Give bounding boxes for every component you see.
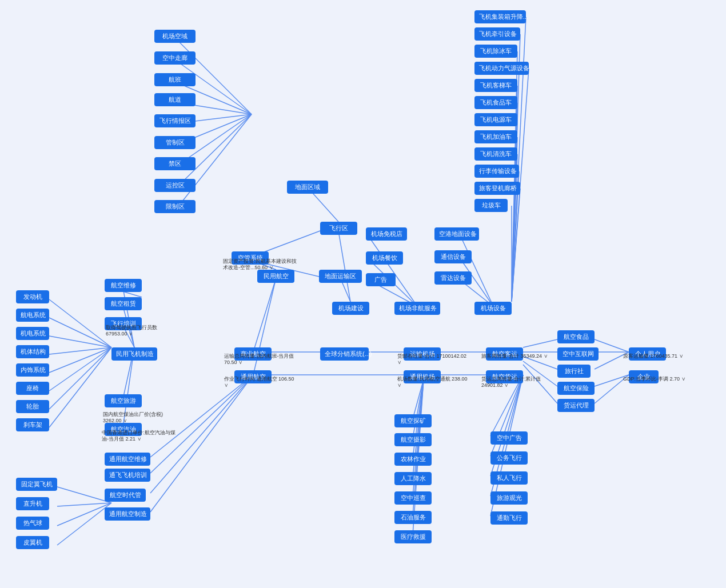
- node-航空维修[interactable]: 航空维修: [105, 279, 142, 292]
- node-民用航空[interactable]: 民用航空: [257, 270, 294, 283]
- sub-label: 旅客周转量-合计 35349.24 ∨: [481, 353, 548, 359]
- sub-label: 运输总周转量:国内航班-当月值 70.50 ∨: [224, 353, 298, 366]
- node-ice-truck[interactable]: 飞机除冰车: [474, 45, 517, 58]
- sub-label: 中国香港进口单价:航空汽油与煤油-当月值 2.21 ∨: [102, 430, 176, 442]
- node-airport-food[interactable]: 机场餐饮: [366, 251, 403, 265]
- node-航电系统[interactable]: 航电系统: [16, 309, 49, 322]
- sub-label: 固定资产投资:民航基本建设和技术改造-空管...50.60 ∨: [223, 258, 297, 271]
- node-flight-info[interactable]: 飞行情报区: [154, 114, 196, 127]
- node-直升机[interactable]: 直升机: [16, 497, 49, 510]
- node-民用飞机制造[interactable]: 民用飞机制造: [111, 347, 157, 361]
- node-座椅[interactable]: 座椅: [16, 382, 49, 395]
- node-机场设备[interactable]: 机场设备: [474, 302, 512, 315]
- node-fly-assemble[interactable]: 飞机集装箱升降...: [474, 10, 526, 23]
- node-旅游观光[interactable]: 旅游观光: [490, 491, 528, 505]
- node-刹车架[interactable]: 刹车架: [16, 418, 49, 431]
- node-通信设备[interactable]: 通信设备: [434, 250, 472, 263]
- svg-line-1: [49, 318, 111, 347]
- node-空港地面设备[interactable]: 空港地面设备: [434, 227, 479, 241]
- svg-line-0: [49, 299, 111, 347]
- svg-line-3: [49, 347, 111, 354]
- node-航空租赁[interactable]: 航空租赁: [105, 297, 142, 310]
- node-货运代理[interactable]: 货运代理: [557, 399, 595, 412]
- node-内饰系统[interactable]: 内饰系统: [16, 363, 49, 377]
- node-航空保险[interactable]: 航空保险: [557, 382, 595, 395]
- node-地面区域[interactable]: 地面区域: [287, 181, 328, 194]
- node-全球分销系统[interactable]: 全球分销系统(...): [320, 347, 369, 361]
- node-airport-space[interactable]: 机场空域: [154, 30, 196, 43]
- node-公务飞行[interactable]: 公务飞行: [490, 451, 528, 465]
- node-fuel-truck[interactable]: 飞机加油车: [474, 130, 517, 143]
- node-通勤飞行[interactable]: 通勤飞行: [490, 511, 528, 525]
- node-人工降水[interactable]: 人工降水: [394, 472, 432, 485]
- node-航空摄影[interactable]: 航空摄影: [394, 433, 432, 446]
- svg-line-45: [338, 231, 350, 302]
- svg-line-10: [57, 503, 111, 526]
- svg-line-6: [49, 347, 111, 409]
- node-control-zone[interactable]: 管制区: [154, 136, 196, 149]
- node-special-truck[interactable]: 垃圾车: [474, 199, 508, 212]
- node-医疗救援[interactable]: 医疗救援: [394, 530, 432, 543]
- node-旅行社[interactable]: 旅行社: [557, 365, 591, 378]
- node-机场建设[interactable]: 机场建设: [332, 302, 369, 315]
- node-农林作业[interactable]: 农林作业: [394, 453, 432, 466]
- node-固定翼飞机[interactable]: 固定翼飞机: [16, 478, 57, 491]
- sub-label: GDP:当季环比-李调 2.70 ∨: [623, 376, 685, 382]
- svg-line-8: [57, 487, 111, 503]
- node-禁区[interactable]: 禁区: [154, 157, 196, 170]
- sub-label: 取得驾驶执照飞行员数 67953.00 ∨: [106, 325, 180, 337]
- node-航道[interactable]: 航道: [154, 93, 196, 106]
- node-航空旅游[interactable]: 航空旅游: [105, 394, 142, 407]
- node-飞行区[interactable]: 飞行区: [320, 222, 357, 235]
- svg-line-35: [523, 339, 557, 347]
- node-机电系统[interactable]: 机电系统: [16, 327, 49, 340]
- node-皮翼机[interactable]: 皮翼机: [16, 536, 49, 549]
- node-运控区[interactable]: 运控区: [154, 179, 196, 192]
- node-wash-truck[interactable]: 飞机清洗车: [474, 147, 517, 161]
- node-空中巡查[interactable]: 空中巡查: [394, 491, 432, 505]
- node-限制区[interactable]: 限制区: [154, 200, 196, 213]
- node-广告[interactable]: 广告: [366, 273, 396, 286]
- node-航空时代管[interactable]: 航空时代管: [105, 489, 146, 502]
- node-热气球[interactable]: 热气球: [16, 517, 49, 530]
- node-boarding-bridge[interactable]: 旅客登机廊桥: [474, 182, 520, 195]
- node-地面运输区[interactable]: 地面运输区: [319, 270, 362, 283]
- sub-label: 机场数量:民用航空通航 238.00 ∨: [397, 376, 472, 389]
- node-airport-tax[interactable]: 机场免税店: [366, 227, 407, 241]
- node-power-truck[interactable]: 飞机电源车: [474, 113, 517, 126]
- node-通用航空维修[interactable]: 通用航空维修: [105, 453, 150, 466]
- node-航班[interactable]: 航班: [154, 73, 196, 86]
- node-airway[interactable]: 空中走廊: [154, 51, 196, 65]
- node-luggage-belt[interactable]: 行李传输设备: [474, 165, 519, 178]
- sub-label: 货运总周转量-合计:累计值 24901.82 ∨: [481, 376, 556, 389]
- node-power-equip[interactable]: 飞机动力气源设备: [474, 62, 529, 75]
- node-石油服务[interactable]: 石油服务: [394, 511, 432, 524]
- svg-line-9: [57, 503, 111, 506]
- svg-line-2: [49, 336, 111, 347]
- node-空中互联网[interactable]: 空中互联网: [557, 347, 599, 361]
- node-通飞飞机培训[interactable]: 通飞飞机培训: [105, 469, 150, 482]
- node-雷达设备[interactable]: 雷达设备: [434, 271, 472, 285]
- node-tow-truck[interactable]: 飞机牵引设备: [474, 27, 520, 41]
- svg-line-47: [369, 237, 417, 306]
- svg-line-85: [150, 375, 253, 512]
- node-机场非航服务[interactable]: 机场非航服务: [394, 302, 440, 315]
- node-航食[interactable]: 航空食品: [557, 330, 595, 343]
- node-私人飞行[interactable]: 私人飞行: [490, 471, 528, 485]
- svg-line-63: [512, 189, 520, 302]
- node-机体结构[interactable]: 机体结构: [16, 345, 49, 358]
- svg-line-83: [150, 375, 253, 473]
- node-step-truck[interactable]: 飞机客梯车: [474, 79, 517, 92]
- node-通用航空制造[interactable]: 通用航空制造: [105, 507, 150, 521]
- svg-line-5: [49, 347, 111, 391]
- node-food-truck[interactable]: 飞机食品车: [474, 96, 517, 109]
- node-发动机[interactable]: 发动机: [16, 290, 49, 303]
- svg-line-40: [595, 339, 629, 352]
- sub-label: 作业飞行时间:通用航空 106.50 ∨: [224, 376, 298, 389]
- svg-line-7: [49, 347, 111, 427]
- node-航空探矿[interactable]: 航空探矿: [394, 414, 432, 427]
- node-轮胎[interactable]: 轮胎: [16, 400, 49, 413]
- svg-line-4: [49, 347, 111, 373]
- node-空中广告[interactable]: 空中广告: [490, 431, 528, 445]
- mind-map-canvas: 机场空域空中走廊航班航道飞行情报区管制区禁区运控区限制区地面区域飞行区空管系统民…: [0, 0, 726, 588]
